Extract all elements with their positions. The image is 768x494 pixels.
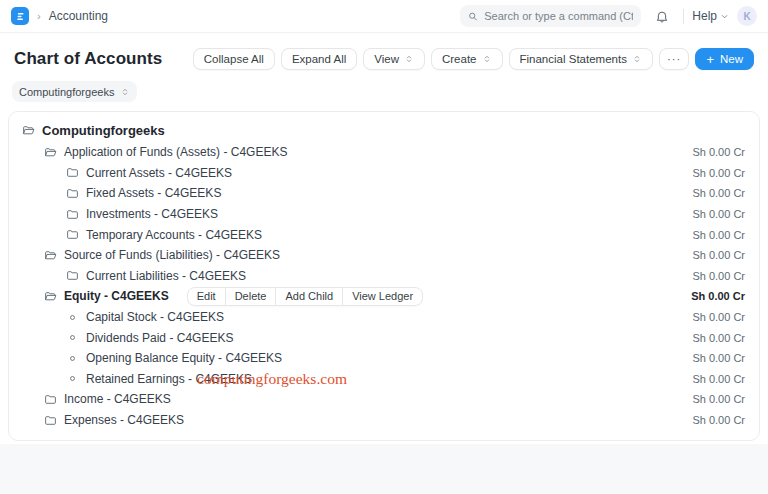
collapse-all-button[interactable]: Collapse All xyxy=(193,48,275,70)
view-label: View xyxy=(374,53,399,65)
leaf-icon[interactable] xyxy=(65,311,79,324)
tree-row-amount: Sh 0.00 Cr xyxy=(692,414,751,426)
tree-row: Computingforgeeks xyxy=(15,118,751,142)
tree-row: Current Assets - C4GEEKS Sh 0.00 Cr xyxy=(15,163,751,184)
tree-row-label[interactable]: Current Liabilities - C4GEEKS xyxy=(86,269,246,283)
folder-icon[interactable] xyxy=(65,228,79,241)
folder-open-icon xyxy=(44,249,57,262)
view-dropdown[interactable]: View xyxy=(363,48,425,70)
folder-open-icon xyxy=(22,124,35,137)
ellipsis-icon: ··· xyxy=(667,53,682,65)
avatar[interactable]: K xyxy=(737,6,757,26)
row-action-toolbar: EditDeleteAdd ChildView Ledger xyxy=(187,287,423,306)
tree-row: Opening Balance Equity - C4GEEKS Sh 0.00… xyxy=(15,348,751,369)
tree-row-label[interactable]: Dividends Paid - C4GEEKS xyxy=(86,331,233,345)
bell-icon xyxy=(655,9,669,24)
tree-row-amount: Sh 0.00 Cr xyxy=(692,352,751,364)
search-input[interactable] xyxy=(484,10,633,22)
tree-row-label[interactable]: Temporary Accounts - C4GEEKS xyxy=(86,228,262,242)
tree-row-amount: Sh 0.00 Cr xyxy=(692,311,751,323)
erpnext-logo[interactable] xyxy=(11,7,29,25)
tree-row: Equity - C4GEEKSEditDeleteAdd ChildView … xyxy=(15,286,751,307)
breadcrumb[interactable]: Accounting xyxy=(49,9,108,23)
page: › Accounting Help K Chart of Accounts xyxy=(0,0,768,494)
folder-icon[interactable] xyxy=(65,166,79,179)
navbar-divider xyxy=(683,9,684,24)
folder-icon[interactable] xyxy=(43,393,57,406)
tree-row-label[interactable]: Application of Funds (Assets) - C4GEEKS xyxy=(64,145,287,159)
search-icon xyxy=(468,11,478,22)
tree-row-amount: Sh 0.00 Cr xyxy=(692,167,751,179)
tree-row-label[interactable]: Income - C4GEEKS xyxy=(64,392,171,406)
view-ledger-button[interactable]: View Ledger xyxy=(342,287,423,306)
tree-row-label[interactable]: Current Assets - C4GEEKS xyxy=(86,166,232,180)
search-box[interactable] xyxy=(460,5,641,27)
navbar: › Accounting Help K xyxy=(0,0,768,33)
folder-icon xyxy=(66,269,79,282)
tree-row: Application of Funds (Assets) - C4GEEKS … xyxy=(15,142,751,163)
create-dropdown[interactable]: Create xyxy=(431,48,503,70)
folder-icon xyxy=(66,228,79,241)
expand-all-button[interactable]: Expand All xyxy=(281,48,357,70)
select-icon xyxy=(482,54,492,64)
select-icon xyxy=(120,87,130,97)
company-select[interactable]: Computingforgeeks xyxy=(12,81,137,102)
help-menu[interactable]: Help xyxy=(692,9,729,23)
tree-row-label[interactable]: Computingforgeeks xyxy=(42,123,165,138)
folder-icon[interactable] xyxy=(43,414,57,427)
tree-row-amount: Sh 0.00 Cr xyxy=(692,249,751,261)
new-button[interactable]: + New xyxy=(695,48,754,70)
folder-open-icon xyxy=(44,290,57,303)
leaf-icon[interactable] xyxy=(65,331,79,344)
tree-row-amount: Sh 0.00 Cr xyxy=(692,187,751,199)
leaf-icon xyxy=(66,372,79,385)
tree-row-label[interactable]: Investments - C4GEEKS xyxy=(86,207,218,221)
folder-icon xyxy=(44,393,57,406)
help-label: Help xyxy=(692,9,717,23)
tree-row-amount: Sh 0.00 Cr xyxy=(692,332,751,344)
edit-button[interactable]: Edit xyxy=(187,287,226,306)
financial-statements-label: Financial Statements xyxy=(520,53,627,65)
folder-open-icon[interactable] xyxy=(43,146,57,159)
leaf-icon[interactable] xyxy=(65,352,79,365)
tree: Computingforgeeks Application of Funds (… xyxy=(15,118,751,430)
new-label: New xyxy=(720,53,743,65)
tree-row-label[interactable]: Equity - C4GEEKS xyxy=(64,289,169,303)
select-icon xyxy=(404,54,414,64)
tree-row-amount: Sh 0.00 Cr xyxy=(692,208,751,220)
leaf-icon xyxy=(66,311,79,324)
tree-row-amount: Sh 0.00 Cr xyxy=(692,146,751,158)
page-header: Chart of Accounts Collapse All Expand Al… xyxy=(0,33,768,81)
tree-row-label[interactable]: Opening Balance Equity - C4GEEKS xyxy=(86,351,282,365)
filter-row: Computingforgeeks xyxy=(0,81,768,111)
more-menu-button[interactable]: ··· xyxy=(659,48,690,70)
tree-row-label[interactable]: Fixed Assets - C4GEEKS xyxy=(86,186,221,200)
folder-icon[interactable] xyxy=(65,269,79,282)
tree-row-label[interactable]: Expenses - C4GEEKS xyxy=(64,413,184,427)
add-child-button[interactable]: Add Child xyxy=(275,287,343,306)
tree-row: Dividends Paid - C4GEEKS Sh 0.00 Cr xyxy=(15,327,751,348)
leaf-icon xyxy=(66,352,79,365)
tree-row-amount: Sh 0.00 Cr xyxy=(691,290,751,302)
tree-row-label[interactable]: Source of Funds (Liabilities) - C4GEEKS xyxy=(64,248,280,262)
page-title: Chart of Accounts xyxy=(14,49,162,69)
folder-open-icon[interactable] xyxy=(21,124,35,137)
select-icon xyxy=(632,54,642,64)
tree-row-label[interactable]: Capital Stock - C4GEEKS xyxy=(86,310,224,324)
tree-row: Retained Earnings - C4GEEKS Sh 0.00 Cr xyxy=(15,369,751,390)
folder-icon[interactable] xyxy=(65,208,79,221)
bottom-strip xyxy=(0,444,768,494)
tree-row-label[interactable]: Retained Earnings - C4GEEKS xyxy=(86,372,252,386)
financial-statements-dropdown[interactable]: Financial Statements xyxy=(509,48,653,70)
folder-open-icon[interactable] xyxy=(43,290,57,303)
folder-icon[interactable] xyxy=(65,187,79,200)
tree-row: Income - C4GEEKS Sh 0.00 Cr xyxy=(15,389,751,410)
leaf-icon[interactable] xyxy=(65,372,79,385)
tree-row: Expenses - C4GEEKS Sh 0.00 Cr xyxy=(15,410,751,431)
delete-button[interactable]: Delete xyxy=(225,287,277,306)
folder-open-icon[interactable] xyxy=(43,249,57,262)
folder-open-icon xyxy=(44,146,57,159)
tree-row-amount: Sh 0.00 Cr xyxy=(692,393,751,405)
erpnext-logo-glyph xyxy=(15,11,26,22)
notifications-button[interactable] xyxy=(649,5,675,27)
